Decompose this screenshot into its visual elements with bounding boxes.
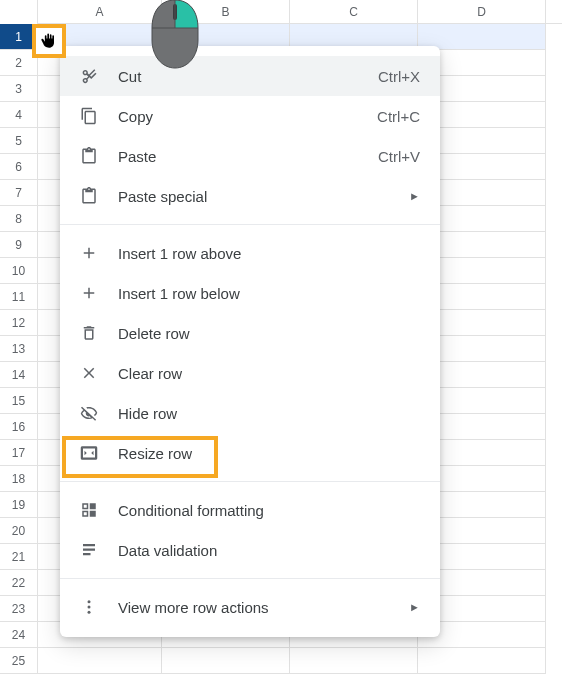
row-header-5[interactable]: 5 — [0, 128, 38, 154]
context-menu: Cut Ctrl+X Copy Ctrl+C Paste Ctrl+V Past… — [60, 46, 440, 637]
menu-paste-label: Paste — [118, 148, 378, 165]
row-header-23[interactable]: 23 — [0, 596, 38, 622]
row-header-13[interactable]: 13 — [0, 336, 38, 362]
menu-insert-below-label: Insert 1 row below — [118, 285, 420, 302]
menu-hide-row[interactable]: Hide row — [60, 393, 440, 433]
cell-a25[interactable] — [38, 648, 162, 674]
svg-point-4 — [88, 611, 91, 614]
menu-clear-row-label: Clear row — [118, 365, 420, 382]
svg-point-2 — [88, 600, 91, 603]
menu-paste-special-label: Paste special — [118, 188, 401, 205]
paste-special-icon — [78, 185, 100, 207]
select-all-corner[interactable] — [0, 0, 38, 24]
row-header-3[interactable]: 3 — [0, 76, 38, 102]
menu-paste-special[interactable]: Paste special ► — [60, 176, 440, 216]
row-header-19[interactable]: 19 — [0, 492, 38, 518]
menu-separator — [60, 224, 440, 225]
row-header-16[interactable]: 16 — [0, 414, 38, 440]
data-validation-icon — [78, 539, 100, 561]
row-header-14[interactable]: 14 — [0, 362, 38, 388]
menu-cond-format-label: Conditional formatting — [118, 502, 420, 519]
cut-icon — [78, 65, 100, 87]
row-header-22[interactable]: 22 — [0, 570, 38, 596]
trash-icon — [78, 322, 100, 344]
svg-point-3 — [88, 606, 91, 609]
menu-copy[interactable]: Copy Ctrl+C — [60, 96, 440, 136]
row-header-10[interactable]: 10 — [0, 258, 38, 284]
menu-resize-row[interactable]: Resize row — [60, 433, 440, 473]
conditional-format-icon — [78, 499, 100, 521]
menu-insert-above[interactable]: Insert 1 row above — [60, 233, 440, 273]
hide-icon — [78, 402, 100, 424]
menu-paste-shortcut: Ctrl+V — [378, 148, 420, 165]
row-header-24[interactable]: 24 — [0, 622, 38, 648]
menu-separator — [60, 578, 440, 579]
close-icon — [78, 362, 100, 384]
row-header-9[interactable]: 9 — [0, 232, 38, 258]
menu-insert-below[interactable]: Insert 1 row below — [60, 273, 440, 313]
grab-cursor-icon — [39, 31, 59, 51]
menu-more-actions-label: View more row actions — [118, 599, 401, 616]
menu-more-actions[interactable]: View more row actions ► — [60, 587, 440, 627]
row-header-21[interactable]: 21 — [0, 544, 38, 570]
row-header-15[interactable]: 15 — [0, 388, 38, 414]
row-header-12[interactable]: 12 — [0, 310, 38, 336]
submenu-arrow-icon: ► — [409, 601, 420, 613]
mouse-illustration — [148, 0, 202, 70]
menu-cut-shortcut: Ctrl+X — [378, 68, 420, 85]
menu-conditional-formatting[interactable]: Conditional formatting — [60, 490, 440, 530]
cell-c25[interactable] — [290, 648, 418, 674]
highlight-cursor-box — [32, 24, 66, 58]
plus-icon — [78, 282, 100, 304]
menu-data-validation[interactable]: Data validation — [60, 530, 440, 570]
copy-icon — [78, 105, 100, 127]
paste-icon — [78, 145, 100, 167]
menu-data-validation-label: Data validation — [118, 542, 420, 559]
menu-insert-above-label: Insert 1 row above — [118, 245, 420, 262]
menu-cut[interactable]: Cut Ctrl+X — [60, 56, 440, 96]
row-header-11[interactable]: 11 — [0, 284, 38, 310]
column-header-d[interactable]: D — [418, 0, 546, 24]
menu-cut-label: Cut — [118, 68, 378, 85]
menu-paste[interactable]: Paste Ctrl+V — [60, 136, 440, 176]
menu-delete-row-label: Delete row — [118, 325, 420, 342]
menu-copy-shortcut: Ctrl+C — [377, 108, 420, 125]
row-25: 25 — [0, 648, 562, 674]
row-header-17[interactable]: 17 — [0, 440, 38, 466]
menu-resize-row-label: Resize row — [118, 445, 420, 462]
column-header-c[interactable]: C — [290, 0, 418, 24]
row-header-20[interactable]: 20 — [0, 518, 38, 544]
row-header-4[interactable]: 4 — [0, 102, 38, 128]
plus-icon — [78, 242, 100, 264]
row-header-8[interactable]: 8 — [0, 206, 38, 232]
submenu-arrow-icon: ► — [409, 190, 420, 202]
row-header-18[interactable]: 18 — [0, 466, 38, 492]
more-vert-icon — [78, 596, 100, 618]
cell-b25[interactable] — [162, 648, 290, 674]
row-header-6[interactable]: 6 — [0, 154, 38, 180]
column-header-row: A B C D — [0, 0, 562, 24]
menu-separator — [60, 481, 440, 482]
column-header-a[interactable]: A — [38, 0, 162, 24]
row-header-7[interactable]: 7 — [0, 180, 38, 206]
menu-delete-row[interactable]: Delete row — [60, 313, 440, 353]
resize-icon — [78, 442, 100, 464]
menu-copy-label: Copy — [118, 108, 377, 125]
cell-d25[interactable] — [418, 648, 546, 674]
menu-clear-row[interactable]: Clear row — [60, 353, 440, 393]
row-header-25[interactable]: 25 — [0, 648, 38, 674]
menu-hide-row-label: Hide row — [118, 405, 420, 422]
svg-rect-0 — [82, 448, 96, 459]
mouse-icon — [148, 0, 202, 70]
